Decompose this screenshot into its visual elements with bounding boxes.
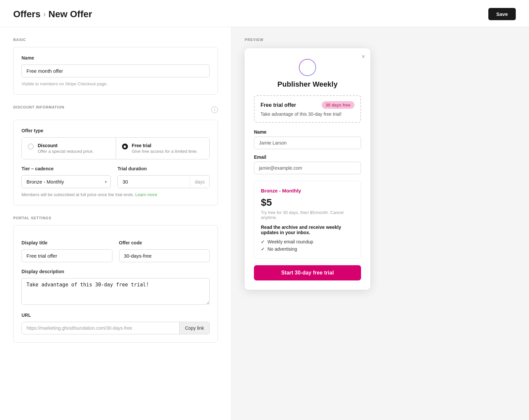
name-field-label: Name xyxy=(21,55,210,61)
tier-cadence-select[interactable]: Bronze - Monthly xyxy=(21,175,111,188)
offer-type-label: Offer type xyxy=(21,128,210,133)
discount-section-label: DISCOUNT INFORMATION xyxy=(13,105,64,109)
offer-banner-row: Free trial offer 30 days free xyxy=(261,101,354,109)
save-button[interactable]: Save xyxy=(488,8,516,20)
tier-cadence-field: Tier – cadence Bronze - Monthly ▾ xyxy=(21,166,111,188)
portal-section-label: PORTAL SETTINGS xyxy=(13,216,218,220)
url-label: URL xyxy=(21,313,210,318)
discount-option-desc: Offer a special reduced price. xyxy=(38,149,94,154)
plan-description: Read the archive and receive weekly upda… xyxy=(261,225,354,235)
breadcrumb-sep: › xyxy=(43,10,46,19)
portal-card: Display title Offer code Display descrip… xyxy=(13,225,218,343)
discount-section-header: DISCOUNT INFORMATION i xyxy=(13,105,218,114)
check-icon-1: ✓ xyxy=(261,239,265,244)
offer-code-field: Offer code xyxy=(119,240,210,262)
discount-option[interactable]: Discount Offer a special reduced price. xyxy=(22,138,116,159)
preview-email-label: Email xyxy=(254,154,361,160)
trial-duration-field: Trial duration days xyxy=(117,166,210,188)
display-desc-label: Display description xyxy=(21,269,210,274)
tier-cadence-select-wrapper: Bronze - Monthly ▾ xyxy=(21,175,111,188)
discount-option-text: Discount Offer a special reduced price. xyxy=(38,143,94,154)
breadcrumb-parent[interactable]: Offers xyxy=(13,9,40,20)
publisher-logo xyxy=(299,59,316,76)
preview-label: PREVIEW xyxy=(245,38,516,42)
offer-type-grid: Discount Offer a special reduced price. … xyxy=(21,137,210,159)
breadcrumb-current: New Offer xyxy=(48,9,92,20)
name-field-hint: Visible to members on Stripe Checkout pa… xyxy=(21,81,210,86)
free-trial-option-text: Free trial Give free access for a limite… xyxy=(132,143,198,154)
display-title-input[interactable] xyxy=(21,249,112,262)
copy-link-button[interactable]: Copy link xyxy=(179,322,209,334)
header: Offers › New Offer Save xyxy=(0,0,529,27)
modal-close-button[interactable]: × xyxy=(361,54,365,60)
preview-name-label: Name xyxy=(254,129,361,135)
offer-badge: 30 days free xyxy=(322,101,354,109)
offer-banner-title: Free trial offer xyxy=(261,102,296,108)
plan-feature-1: ✓ Weekly email roundup xyxy=(261,239,354,244)
basic-card: Name Visible to members on Stripe Checko… xyxy=(13,47,218,95)
modal-logo xyxy=(254,59,361,76)
url-display: https://marketing.ghostfoundation.com/30… xyxy=(22,322,179,334)
plan-card: Bronze - Monthly $5 Try free for 30 days… xyxy=(254,181,361,259)
trial-unit: days xyxy=(190,176,209,188)
display-title-offer-code-row: Display title Offer code xyxy=(21,240,210,262)
members-note: Members will be subscribed at full price… xyxy=(21,192,210,197)
discount-radio[interactable] xyxy=(28,144,34,149)
trial-input-wrap: days xyxy=(117,175,210,188)
display-title-field: Display title xyxy=(21,240,112,262)
free-trial-option-title: Free trial xyxy=(132,143,198,148)
preview-name-input[interactable] xyxy=(254,137,361,149)
discount-card: Offer type Discount Offer a special redu… xyxy=(13,120,218,205)
plan-features: ✓ Weekly email roundup ✓ No advertising xyxy=(261,239,354,252)
plan-name: Bronze - Monthly xyxy=(261,188,354,193)
offer-banner-desc: Take advantage of this 30-day free trial… xyxy=(261,111,354,117)
preview-name-field: Name xyxy=(254,129,361,149)
page-wrapper: Offers › New Offer Save BASIC Name Visib… xyxy=(0,0,529,420)
cta-button[interactable]: Start 30-day free trial xyxy=(254,265,361,280)
url-row: https://marketing.ghostfoundation.com/30… xyxy=(21,322,210,334)
left-panel: BASIC Name Visible to members on Stripe … xyxy=(0,27,231,420)
display-desc-field: Display description Take advantage of th… xyxy=(21,269,210,306)
preview-email-field: Email xyxy=(254,154,361,174)
content-area: BASIC Name Visible to members on Stripe … xyxy=(0,27,529,420)
tier-trial-row: Tier – cadence Bronze - Monthly ▾ Trial … xyxy=(21,166,210,188)
learn-more-link[interactable]: Learn more xyxy=(135,192,157,197)
display-desc-textarea[interactable]: Take advantage of this 30-day free trial… xyxy=(21,278,210,305)
preview-email-input[interactable] xyxy=(254,162,361,174)
breadcrumb: Offers › New Offer xyxy=(13,9,92,20)
feature-label-2: No advertising xyxy=(267,246,297,252)
basic-section-label: BASIC xyxy=(13,38,218,42)
plan-price: $5 xyxy=(261,197,354,208)
url-field: URL https://marketing.ghostfoundation.co… xyxy=(21,313,210,334)
plan-trial-note: Try free for 30 days, then $5/month. Can… xyxy=(261,210,354,220)
preview-modal: × Publisher Weekly Free trial offer 30 d… xyxy=(245,48,370,290)
feature-label-1: Weekly email roundup xyxy=(267,239,313,244)
offer-banner: Free trial offer 30 days free Take advan… xyxy=(254,95,361,123)
offer-code-label: Offer code xyxy=(119,240,210,245)
trial-duration-input[interactable] xyxy=(118,176,190,188)
trial-duration-label: Trial duration xyxy=(117,166,210,171)
publisher-name: Publisher Weekly xyxy=(254,80,361,89)
name-input[interactable] xyxy=(21,64,210,77)
right-panel: PREVIEW × Publisher Weekly Free trial of… xyxy=(231,27,529,420)
free-trial-option-desc: Give free access for a limited time. xyxy=(132,149,198,154)
info-icon[interactable]: i xyxy=(211,106,218,113)
check-icon-2: ✓ xyxy=(261,246,265,252)
display-title-label: Display title xyxy=(21,240,112,245)
free-trial-radio[interactable] xyxy=(122,144,128,149)
plan-feature-2: ✓ No advertising xyxy=(261,246,354,252)
tier-cadence-label: Tier – cadence xyxy=(21,166,111,171)
offer-code-input[interactable] xyxy=(119,249,210,262)
free-trial-option[interactable]: Free trial Give free access for a limite… xyxy=(116,138,210,159)
discount-option-title: Discount xyxy=(38,143,94,148)
